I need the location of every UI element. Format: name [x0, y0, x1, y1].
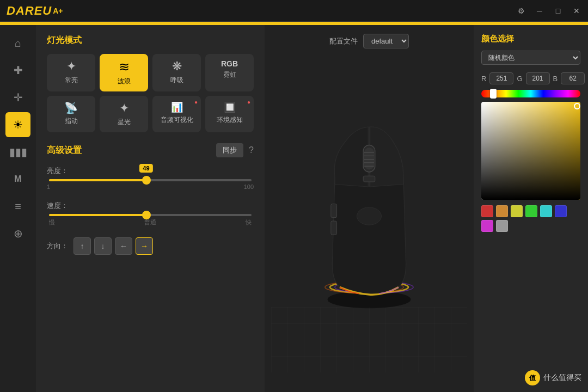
- brightness-track-container: 49: [47, 179, 254, 181]
- help-icon[interactable]: ?: [249, 145, 254, 155]
- star-icon: ✦: [119, 101, 129, 115]
- crosshair-icon: ✛: [14, 91, 23, 104]
- swatch-orange[interactable]: [496, 205, 508, 217]
- swatch-purple[interactable]: [481, 220, 493, 232]
- speed-normal: 普通: [144, 218, 156, 226]
- sync-button[interactable]: 同步: [216, 143, 243, 157]
- g-input[interactable]: [526, 72, 550, 84]
- close-button[interactable]: ✕: [572, 6, 581, 16]
- move-label: 指动: [65, 117, 78, 126]
- g-label: G: [517, 75, 522, 83]
- light-mode-move[interactable]: 📡 指动: [47, 96, 95, 132]
- settings-icon[interactable]: ⚙: [516, 6, 526, 16]
- sidebar-item-battery[interactable]: ▮▮▮: [5, 139, 30, 164]
- target-icon: ⊕: [14, 227, 23, 240]
- sidebar-item-add[interactable]: ✚: [5, 58, 30, 83]
- brightness-track[interactable]: [49, 179, 252, 181]
- neon-icon: RGB: [221, 59, 238, 68]
- breathe-icon: ❋: [172, 59, 182, 74]
- swatch-green[interactable]: [525, 205, 537, 217]
- audio-label: 音频可视化: [161, 115, 193, 125]
- hue-thumb[interactable]: [490, 89, 497, 99]
- svg-rect-15: [331, 221, 337, 235]
- advanced-title: 高级设置: [47, 145, 82, 156]
- direction-right-button[interactable]: →: [136, 237, 153, 255]
- neon-label: 霓虹: [223, 70, 236, 79]
- hue-bar[interactable]: [481, 90, 580, 97]
- mouse-svg: [298, 118, 440, 314]
- swatch-blue[interactable]: [555, 205, 567, 217]
- light-mode-wave[interactable]: ≋ 波浪: [100, 54, 148, 91]
- speed-thumb[interactable]: [142, 211, 151, 219]
- direction-down-button[interactable]: ↓: [94, 237, 112, 255]
- sidebar-item-profile[interactable]: ≡: [5, 194, 30, 219]
- direction-left-button[interactable]: ←: [115, 237, 132, 255]
- steady-icon: ✦: [66, 59, 76, 74]
- brightness-thumb[interactable]: [142, 176, 151, 185]
- watermark-text: 什么值得买: [543, 373, 581, 383]
- grid-background: [271, 307, 467, 372]
- advanced-section: 高级设置 同步 ? 亮度： 49 1 100: [47, 143, 254, 255]
- maximize-button[interactable]: □: [553, 6, 563, 16]
- r-label: R: [481, 75, 486, 83]
- watermark-icon: 值: [525, 370, 540, 385]
- light-mode-breathe[interactable]: ❋ 呼吸: [152, 54, 201, 91]
- sidebar: ⌂ ✚ ✛ ☀ ▮▮▮ M ≡ ⊕: [0, 25, 36, 392]
- b-label: B: [553, 75, 558, 83]
- title-controls: ⚙ ─ □ ✕: [516, 6, 581, 16]
- minimize-button[interactable]: ─: [535, 6, 544, 16]
- advanced-header: 高级设置 同步 ?: [47, 143, 254, 157]
- rgb-row: R G B: [481, 72, 580, 84]
- logo-plus: A+: [53, 7, 63, 15]
- brightness-slider-row: 亮度： 49 1 100: [47, 166, 254, 190]
- ambient-icon: 🔲: [224, 101, 236, 113]
- swatch-teal[interactable]: [540, 205, 552, 217]
- light-mode-audio[interactable]: ● 📊 音频可视化: [152, 96, 201, 132]
- sidebar-item-home[interactable]: ⌂: [5, 30, 30, 56]
- light-mode-steady[interactable]: ✦ 常亮: [47, 54, 95, 91]
- config-file-row: 配置文件 default config1 config2: [329, 34, 409, 48]
- main-layout: ⌂ ✚ ✛ ☀ ▮▮▮ M ≡ ⊕ 灯光模式 ✦ 常亮: [0, 25, 588, 392]
- brightness-fill: [49, 179, 146, 181]
- light-mode-ambient[interactable]: ● 🔲 环境感知: [205, 96, 254, 132]
- brightness-value-bubble: 49: [139, 164, 152, 173]
- direction-label: 方向：: [47, 241, 68, 251]
- speed-fill: [49, 214, 146, 216]
- swatch-gray[interactable]: [496, 220, 508, 232]
- random-color-row: 随机颜色: [481, 51, 580, 65]
- light-icon: ☀: [13, 118, 23, 131]
- swatch-red[interactable]: [481, 205, 493, 217]
- home-icon: ⌂: [15, 37, 21, 50]
- direction-up-button[interactable]: ↑: [74, 237, 91, 255]
- speed-track-container: [47, 214, 254, 216]
- b-input[interactable]: [561, 72, 585, 84]
- battery-icon: ▮▮▮: [9, 145, 27, 158]
- color-gradient-picker[interactable]: [481, 102, 580, 200]
- logo-area: DAREU A+: [7, 4, 63, 18]
- sidebar-item-target[interactable]: ⊕: [5, 221, 30, 246]
- breathe-label: 呼吸: [170, 76, 183, 85]
- brightness-min: 1: [47, 183, 50, 190]
- random-color-select[interactable]: 随机颜色: [481, 51, 580, 65]
- gradient-thumb[interactable]: [574, 103, 580, 109]
- speed-slow: 慢: [49, 218, 55, 226]
- swatch-yellow[interactable]: [511, 205, 523, 217]
- plus-icon: ✚: [14, 64, 23, 77]
- light-mode-star[interactable]: ✦ 星光: [100, 96, 148, 132]
- speed-slider-row: 速度： 慢 普通 快: [47, 201, 254, 226]
- sidebar-item-light[interactable]: ☀: [5, 112, 30, 137]
- watermark: 值 什么值得买: [525, 370, 581, 385]
- star-label: 星光: [118, 118, 131, 127]
- direction-row: 方向： ↑ ↓ ← →: [47, 237, 254, 255]
- r-input[interactable]: [489, 72, 513, 84]
- sidebar-item-dpi[interactable]: ✛: [5, 85, 30, 110]
- speed-labels: 慢 普通 快: [47, 218, 254, 226]
- sidebar-item-macro[interactable]: M: [5, 167, 30, 192]
- right-panel: 颜色选择 随机颜色 R G B: [474, 25, 588, 392]
- speed-track[interactable]: [49, 214, 252, 216]
- svg-rect-0: [271, 307, 467, 372]
- wave-label: 波浪: [118, 77, 131, 86]
- config-file-select[interactable]: default config1 config2: [363, 34, 409, 48]
- steady-label: 常亮: [65, 76, 78, 85]
- light-mode-neon[interactable]: RGB 霓虹: [205, 54, 254, 91]
